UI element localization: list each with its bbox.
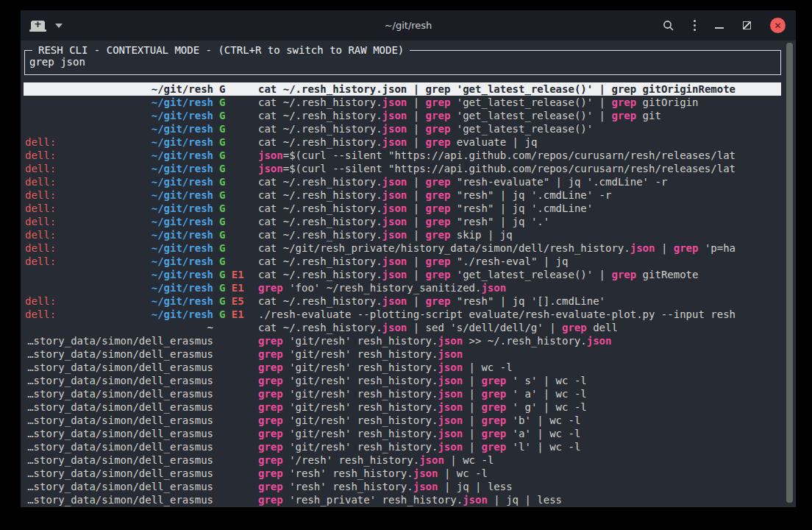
match-highlight: json [438, 361, 463, 373]
history-row[interactable]: dell:~/git/reshGcat ~/.resh_history.json… [24, 255, 781, 268]
history-row[interactable]: …story_data/simon/dell_erasmusgrep 'resh… [24, 467, 781, 480]
flags-label: G [219, 122, 225, 135]
match-highlight: grep [611, 269, 636, 280]
match-highlight: grep [258, 441, 283, 453]
match-highlight: grep [426, 295, 451, 307]
command-text: cat ~/.resh_history.json | grep "resh" |… [258, 294, 781, 308]
history-row[interactable]: ~cat ~/.resh_history.json | sed 's/dell/… [24, 321, 781, 334]
history-row[interactable]: dell:~/git/reshGcat ~/.resh_history.json… [24, 188, 781, 202]
command-text: grep 'git/resh' resh_history.json | grep… [258, 427, 781, 440]
flags-label: G [219, 241, 225, 255]
match-highlight: grep [674, 242, 699, 254]
history-row[interactable]: dell:~/git/reshGcat ~/git/resh_private/h… [24, 241, 781, 255]
scrollbar-thumb[interactable] [786, 43, 793, 503]
match-highlight: json [481, 282, 506, 294]
directory-label: …story_data/simon/dell_erasmus [25, 387, 213, 400]
history-row[interactable]: ~/git/reshG E1cat ~/.resh_history.json |… [24, 268, 781, 281]
history-row[interactable]: …story_data/simon/dell_erasmusgrep 'git/… [24, 361, 781, 374]
flags-label: G [219, 175, 225, 188]
match-highlight: json [438, 401, 463, 413]
history-row-selected[interactable]: ~/git/reshGcat ~/.resh_history.json | gr… [24, 82, 781, 96]
history-row[interactable]: …story_data/simon/dell_erasmusgrep 'git/… [24, 440, 781, 453]
match-highlight: json [382, 322, 407, 333]
match-highlight: json [382, 176, 407, 188]
match-highlight: grep [426, 229, 451, 241]
match-highlight: json [438, 388, 463, 400]
history-row[interactable]: dell:~/git/reshG E1./resh-evaluate --plo… [24, 308, 781, 321]
match-highlight: grep [258, 361, 283, 373]
match-highlight: grep [258, 494, 283, 506]
history-row[interactable]: dell:~/git/reshGcat ~/.resh_history.json… [24, 175, 781, 188]
flag-g: G [219, 176, 225, 188]
match-highlight: json [382, 110, 407, 121]
match-highlight: grep [258, 375, 283, 386]
command-text: cat ~/.resh_history.json | grep 'get_lat… [258, 122, 781, 135]
directory-label: ~/git/resh [25, 281, 213, 294]
flag-e1: E1 [225, 269, 243, 280]
history-row[interactable]: …story_data/simon/dell_erasmusgrep 'git/… [24, 414, 781, 427]
history-row[interactable]: dell:~/git/reshG E5cat ~/.resh_history.j… [24, 294, 781, 308]
match-highlight: grep [426, 123, 451, 135]
search-query-input[interactable]: grep json [29, 55, 85, 68]
match-highlight: grep [481, 388, 506, 400]
command-text: cat ~/.resh_history.json | grep evaluate… [258, 135, 781, 149]
history-row[interactable]: …story_data/simon/dell_erasmusgrep 'git/… [24, 334, 781, 347]
history-row[interactable]: dell:~/git/reshGcat ~/.resh_history.json… [24, 215, 781, 228]
directory-label: …story_data/simon/dell_erasmus [25, 361, 213, 374]
history-row[interactable]: ~/git/reshGcat ~/.resh_history.json | gr… [24, 96, 781, 109]
history-row[interactable]: ~/git/reshGcat ~/.resh_history.json | gr… [24, 122, 781, 135]
history-row[interactable]: dell:~/git/reshGcat ~/.resh_history.json… [24, 135, 781, 149]
match-highlight: grep [481, 375, 506, 386]
history-row[interactable]: …story_data/simon/dell_erasmusgrep 'resh… [24, 480, 781, 493]
command-text: cat ~/.resh_history.json | grep "resh-ev… [258, 175, 781, 188]
history-row[interactable]: …story_data/simon/dell_erasmusgrep '/res… [24, 453, 781, 467]
command-text: cat ~/.resh_history.json | grep "./resh-… [258, 255, 781, 268]
match-highlight: grep [258, 414, 283, 426]
resh-header-box: RESH CLI - CONTEXTUAL MODE - (CTRL+R to … [24, 50, 781, 75]
history-row[interactable]: …story_data/simon/dell_erasmusgrep 'git/… [24, 374, 781, 387]
match-highlight: grep [562, 322, 587, 333]
match-highlight: grep [426, 83, 451, 95]
restore-button[interactable] [743, 21, 751, 29]
match-highlight: json [382, 229, 407, 241]
directory-label: ~/git/resh [25, 241, 213, 255]
match-highlight: json [382, 189, 407, 201]
flag-g: G [219, 96, 225, 108]
flag-e1: E1 [225, 308, 243, 320]
match-highlight: grep [611, 110, 636, 121]
search-icon[interactable] [663, 20, 674, 32]
match-highlight: json [382, 123, 407, 135]
directory-label: ~ [25, 321, 213, 334]
history-row[interactable]: …story_data/simon/dell_erasmusgrep 'git/… [24, 427, 781, 440]
history-row[interactable]: ~/git/reshGcat ~/.resh_history.json | gr… [24, 109, 781, 122]
command-text: cat ~/.resh_history.json | grep "resh" |… [258, 188, 781, 202]
flags-label: G E5 [219, 294, 244, 308]
flag-g: G [219, 229, 225, 241]
history-row[interactable]: dell:~/git/reshGjson=$(curl --silent "ht… [24, 162, 781, 175]
directory-label: ~/git/resh [25, 268, 213, 281]
history-row[interactable]: ~/git/reshG E1grep 'foo' ~/resh_history_… [24, 281, 781, 294]
directory-label: …story_data/simon/dell_erasmus [25, 467, 213, 480]
command-text: json=$(curl --silent "https://api.github… [258, 162, 781, 175]
history-row[interactable]: dell:~/git/reshGcat ~/.resh_history.json… [24, 228, 781, 241]
command-text: grep 'foo' ~/resh_history_sanitized.json [258, 281, 781, 294]
history-row[interactable]: …story_data/simon/dell_erasmusgrep 'resh… [24, 493, 781, 506]
match-highlight: grep [426, 176, 451, 188]
flags-label: G E1 [219, 281, 244, 294]
history-row[interactable]: …story_data/simon/dell_erasmusgrep 'git/… [24, 400, 781, 414]
history-row[interactable]: dell:~/git/reshGcat ~/.resh_history.json… [24, 202, 781, 215]
flags-label: G E1 [219, 268, 244, 281]
terminal-content: RESH CLI - CONTEXTUAL MODE - (CTRL+R to … [21, 40, 796, 507]
minimize-button[interactable] [715, 27, 724, 29]
match-highlight: json [382, 202, 407, 214]
menu-kebab-icon[interactable] [694, 20, 696, 31]
history-row[interactable]: …story_data/simon/dell_erasmusgrep 'git/… [24, 387, 781, 400]
match-highlight: json [438, 375, 463, 386]
history-row[interactable]: …story_data/simon/dell_erasmusgrep 'git/… [24, 347, 781, 361]
close-button[interactable]: ✕ [770, 18, 786, 33]
command-text: grep 'resh' resh_history.json | jq | les… [258, 480, 781, 493]
flag-e1: E1 [225, 282, 243, 294]
match-highlight: json [382, 96, 407, 108]
directory-label: ~/git/resh [25, 162, 213, 175]
history-row[interactable]: dell:~/git/reshGjson=$(curl --silent "ht… [24, 149, 781, 162]
